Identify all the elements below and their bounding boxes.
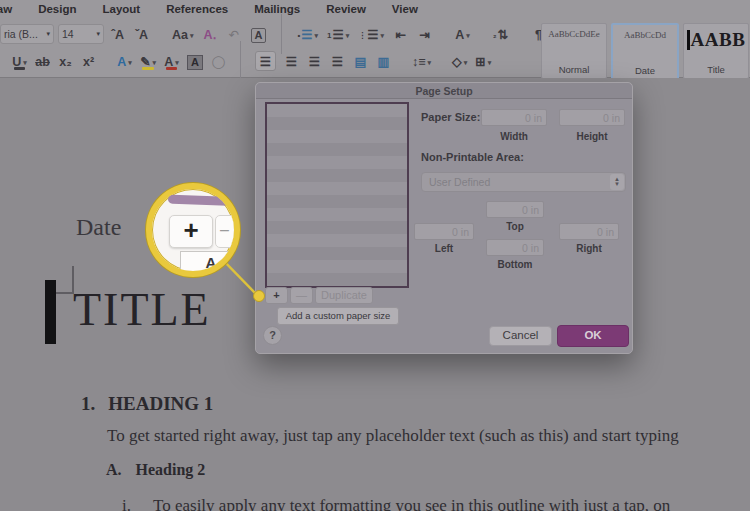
- grid-text-icon[interactable]: ▥: [376, 52, 391, 70]
- dialog-title: Page Setup: [415, 85, 472, 97]
- align-left-icon[interactable]: ☰: [255, 51, 276, 71]
- stepper-arrows-icon[interactable]: ▲▼: [610, 174, 624, 190]
- heading1-line: 1.HEADING 1: [81, 393, 213, 415]
- title-selection-bar: [45, 280, 56, 344]
- text-effects-color-icon[interactable]: A▾: [117, 52, 132, 70]
- menu-tab-design[interactable]: Design: [38, 3, 76, 15]
- width-label: Width: [481, 131, 547, 142]
- text-cursor-bar: [687, 30, 690, 50]
- style-preview: AaBbCcDdEe: [548, 29, 600, 39]
- color-bar: [14, 67, 25, 70]
- align-center-icon[interactable]: ☰: [284, 52, 299, 70]
- heading2-line: A.Heading 2: [106, 461, 205, 479]
- remove-paper-size-button[interactable]: —: [290, 287, 313, 304]
- body-paragraph-1: To get started right away, just tap any …: [107, 426, 679, 446]
- duplicate-button[interactable]: Duplicate: [315, 287, 373, 304]
- styles-gallery: AaBbCcDdEeNormalAaBbCcDdDateAABBTitle: [541, 23, 749, 81]
- title-placeholder: TITLE: [73, 280, 211, 340]
- menu-tab-review[interactable]: Review: [326, 3, 366, 15]
- body2-text: To easily apply any text formatting you …: [153, 496, 670, 511]
- shading-bucket-icon[interactable]: ◇▾: [452, 52, 467, 70]
- distribute-icon[interactable]: ▤: [353, 52, 368, 70]
- borders-icon: ⊞: [475, 54, 485, 70]
- justify-icon[interactable]: ☰: [330, 52, 345, 70]
- style-normal[interactable]: AaBbCcDdEeNormal: [541, 23, 607, 79]
- icon-detail: ₂: [493, 29, 497, 43]
- style-date[interactable]: AaBbCcDdDate: [611, 23, 679, 81]
- chevron-down-icon: ▾: [464, 56, 468, 70]
- line-spacing-icon[interactable]: ↕≡▾: [412, 52, 431, 70]
- menu-tab-view[interactable]: View: [392, 3, 418, 15]
- menu-tab-layout[interactable]: Layout: [102, 3, 140, 15]
- font-color-icon[interactable]: A▾: [164, 52, 179, 70]
- sort-icon[interactable]: ₂⇅: [493, 25, 508, 43]
- strikethrough-icon[interactable]: ab: [35, 52, 50, 70]
- character-shading-icon: A: [187, 55, 203, 70]
- highlight-icon[interactable]: ✎▾: [140, 52, 156, 70]
- help-button[interactable]: ?: [263, 326, 282, 345]
- margin-right-field[interactable]: 0 in: [559, 223, 619, 240]
- underline-icon[interactable]: U▾: [12, 52, 27, 70]
- heading1-text: HEADING 1: [108, 393, 213, 414]
- style-preview-text: AaBbCcDd: [624, 30, 666, 40]
- subscript-icon[interactable]: x₂: [58, 52, 73, 70]
- grid-text-icon: ▥: [378, 54, 390, 70]
- paragraph-tools-group: U▾abx₂x²A▾✎▾A▾A◯☰☰☰☰▤▥↕≡▾◇▾⊞▾: [12, 41, 491, 81]
- style-preview: AaBbCcDd: [624, 30, 666, 40]
- dropdown-value: User Defined: [422, 176, 610, 188]
- menu-tab-mailings[interactable]: Mailings: [254, 3, 300, 15]
- sort-icon: ⇅: [497, 27, 507, 43]
- page-setup-dialog: Page Setup Paper Size: 0 in 0 in Width H…: [255, 82, 633, 354]
- heading1-number: 1.: [81, 393, 95, 414]
- font-name-value: ria (B...: [4, 28, 38, 40]
- cancel-button[interactable]: Cancel: [489, 326, 552, 346]
- magnified-add-button: +: [169, 215, 213, 248]
- menu-tab-references[interactable]: References: [166, 3, 228, 15]
- margin-left-field[interactable]: 0 in: [414, 223, 474, 240]
- margin-right-label: Right: [559, 243, 619, 254]
- heading2-number: A.: [106, 461, 122, 478]
- borders-icon[interactable]: ⊞▾: [475, 52, 491, 70]
- style-label: Normal: [559, 64, 590, 75]
- chevron-down-icon: ▾: [428, 56, 432, 70]
- style-preview: AABB: [687, 29, 746, 51]
- margin-top-label: Top: [486, 221, 544, 232]
- body2-number: i.: [122, 496, 131, 511]
- heading2-text: Heading 2: [136, 461, 206, 478]
- add-custom-paper-size-tooltip: Add a custom paper size: [277, 307, 399, 325]
- circle-icon[interactable]: ◯: [211, 52, 226, 70]
- add-paper-size-button[interactable]: +: [265, 287, 288, 304]
- chevron-down-icon: ▾: [128, 56, 132, 70]
- line-spacing-icon: ↕≡: [412, 54, 426, 70]
- circle-icon: ◯: [211, 54, 225, 70]
- style-title[interactable]: AABBTitle: [683, 23, 749, 79]
- paper-width-field[interactable]: 0 in: [481, 109, 547, 126]
- word-window: DrawDesignLayoutReferencesMailingsReview…: [0, 0, 750, 511]
- margin-top-field[interactable]: 0 in: [486, 201, 544, 218]
- date-placeholder: Date: [76, 214, 121, 241]
- non-printable-area-dropdown[interactable]: User Defined ▲▼: [421, 172, 626, 192]
- superscript-icon[interactable]: x²: [81, 52, 96, 70]
- justify-icon: ☰: [332, 54, 343, 70]
- menu-tab-draw[interactable]: Draw: [0, 3, 12, 15]
- chevron-down-icon: ▾: [96, 30, 100, 38]
- character-shading-icon[interactable]: A: [187, 52, 203, 70]
- custom-paper-size-list[interactable]: [265, 102, 409, 288]
- color-bar: [166, 67, 177, 70]
- non-printable-area-label: Non-Printable Area:: [421, 151, 524, 163]
- paper-height-field[interactable]: 0 in: [559, 109, 625, 126]
- margin-bottom-label: Bottom: [486, 259, 544, 270]
- align-left-icon: ☰: [260, 54, 271, 70]
- margin-bottom-field[interactable]: 0 in: [486, 239, 544, 256]
- ok-button[interactable]: OK: [557, 325, 629, 347]
- paper-size-label: Paper Size:: [421, 111, 480, 123]
- ribbon-row-2: U▾abx₂x²A▾✎▾A▾A◯☰☰☰☰▤▥↕≡▾◇▾⊞▾: [0, 49, 491, 73]
- group-divider: [240, 41, 241, 81]
- dialog-title-bar: Page Setup: [256, 83, 632, 99]
- height-label: Height: [559, 131, 625, 142]
- align-center-icon: ☰: [286, 54, 297, 70]
- margin-left-label: Left: [414, 243, 474, 254]
- text-effects-color-icon: A: [117, 54, 126, 70]
- align-right-icon[interactable]: ☰: [307, 52, 322, 70]
- color-bar: [142, 67, 154, 70]
